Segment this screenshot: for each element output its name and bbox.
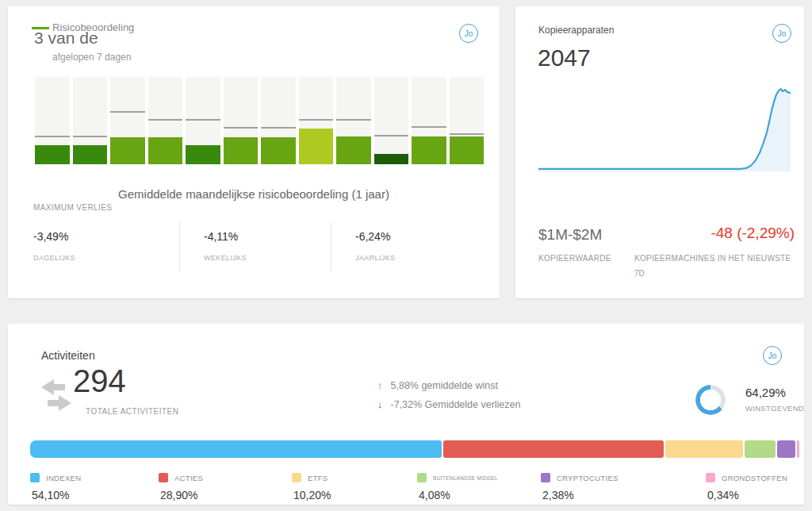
risk-bar [450, 77, 485, 164]
risk-bar [110, 77, 145, 164]
legend-label: ACTIES [174, 474, 203, 482]
risk-bar-chart[interactable] [35, 77, 484, 164]
risk-bar [261, 77, 296, 164]
avatar[interactable]: Jo [772, 24, 791, 43]
legend-label: GRONDSTOFFEN [722, 474, 787, 482]
risk-bar-fill [224, 137, 259, 164]
allocation-bar[interactable] [30, 440, 791, 458]
risk-bar-fill [73, 145, 108, 164]
legend-value: 2,38% [542, 489, 706, 501]
stat-weekly: -4,11% WEKELIJKS [179, 222, 331, 271]
allocation-segment-indexen[interactable] [30, 440, 442, 458]
risk-bar-marker [261, 127, 296, 129]
risk-bar-marker [336, 119, 371, 121]
copiers-line [538, 89, 791, 169]
legend-value: 0,34% [707, 489, 796, 501]
activities-total: 294 [73, 363, 126, 399]
stat-label: JAARLIJKS [355, 254, 487, 262]
average-loss-text: -7,32% Gemiddelde verliezen [391, 399, 521, 410]
risk-bar-marker [148, 119, 183, 121]
gain-up-arrow-icon: ↑ [377, 379, 383, 391]
allocation-legend: INDEXEN54,10%ACTIES28,90%ETFS10,20%BUITE… [30, 473, 796, 501]
max-loss-stats: -3,49% DAGELIJKS -4,11% WEKELIJKS -6,24%… [33, 222, 487, 271]
risk-bar-fill [110, 137, 145, 164]
legend-item[interactable]: ACTIES28,90% [159, 473, 292, 501]
risk-bar-fill [35, 145, 70, 164]
stat-daily: -3,49% DAGELIJKS [33, 222, 179, 271]
legend-label: BUITENLANDSE MIDDEL [433, 475, 498, 481]
risk-bar [374, 77, 409, 164]
copiers-area [538, 89, 791, 171]
risk-bar [412, 77, 446, 164]
allocation-segment-etfs[interactable] [665, 440, 743, 458]
activities-card: Activiteiten Jo 294 TOTALE ACTIVITEITEN … [8, 324, 804, 505]
risk-bar-marker [35, 136, 70, 137]
risk-bar-fill [336, 136, 371, 164]
legend-label: CRYPTOCUTIES [557, 474, 619, 482]
risk-bar-marker [450, 133, 485, 135]
legend-value: 4,08% [419, 489, 541, 501]
risk-bar [224, 77, 259, 164]
legend-swatch-icon [541, 473, 550, 482]
profitable-donut-chart [695, 385, 726, 415]
risk-bar-marker [412, 126, 446, 128]
allocation-segment-cryptocuties[interactable] [777, 440, 795, 458]
risk-bar-marker [224, 127, 259, 129]
copy-value-label: KOPIEERWAARDE [538, 254, 611, 263]
risk-bar-marker [299, 119, 334, 121]
allocation-segment-buitenlandse-middel[interactable] [745, 440, 776, 458]
legend-swatch-icon [159, 473, 168, 482]
allocation-segment-acties[interactable] [443, 440, 663, 458]
risk-bar [148, 77, 183, 164]
allocation-segment-grondstoffen[interactable] [797, 440, 799, 458]
stat-label: DAGELIJKS [33, 254, 179, 262]
activities-title: Activiteiten [41, 349, 95, 362]
legend-value: 28,90% [160, 489, 292, 501]
legend-swatch-icon [706, 473, 715, 482]
risk-title: 3 van de [34, 29, 98, 48]
copiers-title: Kopieerapparaten [538, 25, 614, 36]
risk-card: Risicobeoordeling 3 van de afgelopen 7 d… [8, 6, 500, 298]
risk-bar-fill [412, 136, 446, 164]
legend-swatch-icon [417, 473, 427, 482]
risk-bar-marker [110, 111, 145, 113]
legend-item[interactable]: INDEXEN54,10% [30, 473, 159, 501]
avatar[interactable]: Jo [459, 24, 478, 43]
copiers-change-label: KOPIEERMACHINES IN HET NIEUWSTE [634, 254, 801, 263]
legend-label: ETFS [308, 474, 327, 482]
legend-item[interactable]: ETFS10,20% [292, 473, 417, 501]
risk-bar-fill [261, 137, 296, 164]
risk-bar-marker [73, 136, 108, 137]
legend-label: INDEXEN [46, 474, 81, 482]
risk-bar [35, 77, 70, 164]
legend-item[interactable]: GRONDSTOFFEN0,34% [706, 473, 796, 501]
risk-bar [336, 77, 371, 164]
average-gain-text: 5,88% gemiddelde winst [391, 380, 499, 391]
max-loss-label: MAXIMUM VERLIES [33, 203, 112, 212]
stat-value: -6,24% [355, 230, 487, 243]
avatar[interactable]: Jo [763, 346, 782, 365]
risk-chart-caption: Gemiddelde maandelijkse risicobeoordelin… [8, 187, 500, 201]
profitable-label: WINSTGEVEND [745, 404, 804, 413]
risk-bar [186, 77, 220, 164]
activities-total-label: TOTALE ACTIVITEITEN [86, 407, 178, 416]
average-loss-row: ↓ -7,32% Gemiddelde verliezen [377, 398, 520, 410]
copiers-trend-chart[interactable] [538, 86, 791, 171]
risk-bar-fill [186, 145, 220, 164]
stat-value: -4,11% [204, 230, 331, 243]
legend-item[interactable]: CRYPTOCUTIES2,38% [541, 473, 706, 501]
risk-bar-fill [299, 129, 334, 164]
legend-item[interactable]: BUITENLANDSE MIDDEL4,08% [417, 473, 541, 501]
stat-value: -3,49% [33, 230, 179, 243]
risk-bar-fill [374, 154, 409, 164]
average-gain-row: ↑ 5,88% gemiddelde winst [377, 379, 498, 391]
profitable-value: 64,29% [745, 386, 786, 399]
legend-value: 54,10% [32, 489, 159, 501]
copiers-change-value: -48 (-2,29%) [710, 225, 795, 242]
legend-swatch-icon [30, 473, 40, 482]
risk-bar-marker [374, 135, 409, 136]
risk-bar-fill [450, 136, 485, 164]
legend-value: 10,20% [293, 489, 417, 501]
legend-swatch-icon [292, 473, 301, 482]
risk-bar-marker [186, 119, 220, 121]
